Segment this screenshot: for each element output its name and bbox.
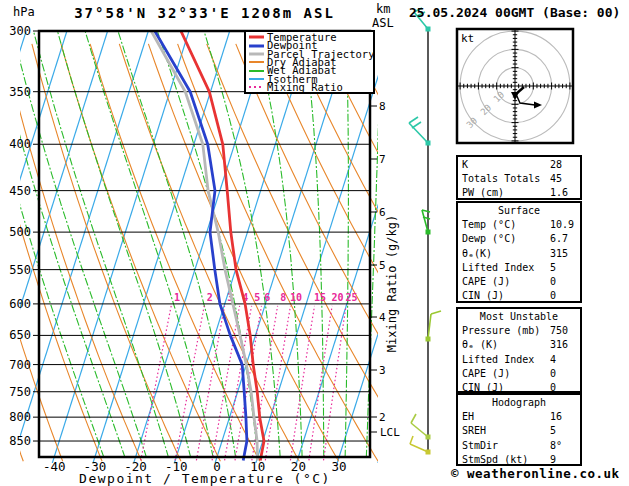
row-label: Totals Totals: [462, 172, 540, 185]
row-value: 45: [550, 172, 562, 185]
table-row: SREH5: [458, 424, 580, 438]
stats-table-most-unstable: Most UnstablePressure (mb)750θₑ (K)316Li…: [456, 307, 582, 393]
pressure-axis-unit-label: hPa: [13, 5, 35, 19]
row-value: 750: [550, 324, 568, 337]
table-row: EH16: [458, 410, 580, 424]
legend-line-sample: [249, 33, 264, 41]
svg-text:8: 8: [379, 100, 386, 113]
run-datetime: 25.05.2024 00GMT (Base: 00): [409, 5, 629, 20]
svg-text:6: 6: [264, 292, 270, 303]
legend-line-sample: [249, 83, 264, 91]
row-value: 8°: [550, 439, 562, 452]
copyright: © weatheronline.co.uk: [451, 466, 620, 481]
chart-legend: TemperatureDewpointParcel TrajectoryDry …: [244, 30, 375, 94]
row-value: 6.7: [550, 232, 568, 245]
table-title: Surface: [458, 204, 580, 218]
row-value: 1.6: [550, 186, 568, 199]
table-title: Hodograph: [458, 396, 580, 410]
svg-text:350: 350: [9, 85, 31, 99]
legend-line-sample: [249, 75, 264, 83]
row-label: StmDir: [462, 439, 498, 452]
row-label: EH: [462, 410, 474, 423]
svg-text:kt: kt: [461, 32, 474, 45]
legend-item-label: Mixing Ratio: [267, 83, 343, 91]
svg-text:450: 450: [9, 184, 31, 198]
table-row: CIN (J)0: [458, 289, 580, 303]
row-value: 0: [550, 275, 556, 288]
svg-text:750: 750: [9, 385, 31, 399]
svg-text:20: 20: [332, 292, 344, 303]
mixing-ratio-labels: 123456810152025: [174, 292, 358, 303]
svg-text:550: 550: [9, 263, 31, 277]
table-row: StmSpd (kt)9: [458, 453, 580, 467]
row-value: 9: [550, 453, 556, 466]
svg-text:300: 300: [9, 24, 31, 38]
table-row: Pressure (mb)750: [458, 324, 580, 338]
svg-text:20: 20: [479, 103, 494, 118]
legend-line-sample: [249, 58, 264, 66]
svg-text:600: 600: [9, 297, 31, 311]
table-row: K28: [458, 158, 580, 172]
svg-text:5: 5: [254, 292, 260, 303]
svg-text:30: 30: [332, 459, 347, 474]
row-value: 0: [550, 367, 556, 380]
row-value: 10.9: [550, 218, 574, 231]
legend-line-sample: [249, 50, 264, 58]
legend-line-sample: [249, 67, 264, 75]
svg-text:Dewpoint / Temperature (°C): Dewpoint / Temperature (°C): [79, 471, 331, 486]
row-label: θₑ(K): [462, 247, 492, 260]
svg-text:1: 1: [174, 292, 180, 303]
table-row: Totals Totals45: [458, 172, 580, 186]
svg-text:25: 25: [346, 292, 358, 303]
legend-line-sample: [249, 42, 264, 50]
svg-text:15: 15: [314, 292, 326, 303]
row-value: 0: [550, 289, 556, 302]
table-title: Most Unstable: [458, 310, 580, 324]
station-title: 37°58'N 32°33'E 1208m ASL: [39, 5, 370, 21]
mixing-ratio-axis-label: Mixing Ratio (g/kg): [385, 214, 398, 354]
svg-text:30: 30: [465, 116, 480, 131]
row-value: 4: [550, 353, 556, 366]
row-value: 5: [550, 261, 556, 274]
wind-barb: [422, 210, 431, 235]
row-label: SREH: [462, 424, 486, 437]
svg-text:800: 800: [9, 410, 31, 424]
table-row: StmDir8°: [458, 439, 580, 453]
svg-text:650: 650: [9, 328, 31, 342]
svg-text:850: 850: [9, 434, 31, 448]
wind-barb: [409, 117, 431, 146]
row-value: 315: [550, 247, 568, 260]
row-label: CIN (J): [462, 381, 504, 394]
svg-text:-40: -40: [43, 459, 66, 474]
legend-item-mixing-ratio: Mixing Ratio: [249, 83, 373, 91]
svg-text:8: 8: [280, 292, 286, 303]
svg-text:400: 400: [9, 137, 31, 151]
svg-text:10: 10: [290, 292, 302, 303]
skewt-sounding-page: 1234568101520253003504004505005506006507…: [0, 0, 629, 486]
row-label: Temp (°C): [462, 218, 516, 231]
altitude-axis-asl-label: ASL: [372, 16, 394, 30]
row-label: Lifted Index: [462, 353, 534, 366]
table-row: Dewp (°C)6.7: [458, 232, 580, 246]
svg-text:2: 2: [207, 292, 213, 303]
table-row: Temp (°C)10.9: [458, 218, 580, 232]
row-label: CAPE (J): [462, 275, 510, 288]
table-row: Lifted Index4: [458, 353, 580, 367]
temp-axis-title: Dewpoint / Temperature (°C): [79, 471, 331, 486]
row-value: 0: [550, 381, 556, 394]
pressure-tick-labels: 300350400450500550600650700750800850: [9, 24, 31, 448]
row-value: 28: [550, 158, 562, 171]
table-row: CAPE (J)0: [458, 275, 580, 289]
table-row: θₑ(K)315: [458, 247, 580, 261]
row-label: StmSpd (kt): [462, 453, 528, 466]
row-value: 16: [550, 410, 562, 423]
svg-text:700: 700: [9, 358, 31, 372]
svg-text:2: 2: [379, 411, 386, 424]
svg-text:LCL: LCL: [380, 426, 400, 439]
svg-text:7: 7: [379, 153, 386, 166]
hodograph-ring-labels: 102030: [465, 90, 507, 131]
stats-table: K28Totals Totals45PW (cm)1.6: [456, 155, 582, 200]
table-row: PW (cm)1.6: [458, 186, 580, 200]
altitude-axis-unit-label: km: [376, 2, 390, 16]
table-row: θₑ (K)316: [458, 338, 580, 352]
